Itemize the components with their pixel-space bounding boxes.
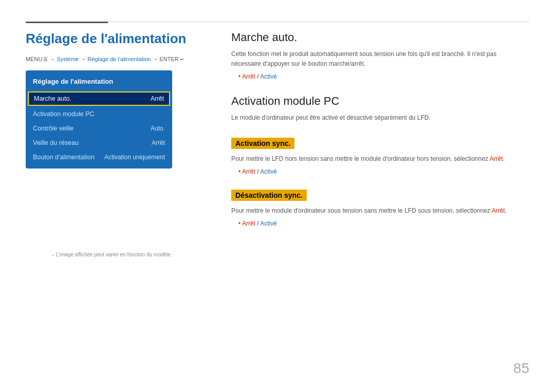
menu-item-bouton-alimentation-value: Activation uniquement xyxy=(104,154,165,161)
breadcrumb-arrow2: → xyxy=(80,56,86,62)
arret-link-sync: Arrêt xyxy=(490,155,503,162)
desactivation-sync-highlight: Désactivation sync. xyxy=(231,190,307,201)
left-column: Réglage de l'alimentation MENU ☰ → Systè… xyxy=(26,31,200,169)
section-activation-sync-bullet1: Arrêt / Activé xyxy=(238,168,529,175)
menu-item-controle-veille-value: Auto. xyxy=(151,125,165,132)
menu-item-controle-veille[interactable]: Contrôle veille Auto. xyxy=(26,121,172,136)
page-number: 85 xyxy=(513,360,529,377)
menu-item-activation-module-label: Activation module PC xyxy=(33,110,95,118)
menu-item-activation-module[interactable]: Activation module PC xyxy=(26,107,172,121)
section-activation-sync: Activation sync. Pour mettre le LFD hors… xyxy=(231,138,529,175)
menu-item-bouton-alimentation-label: Bouton d'alimentation xyxy=(33,154,95,161)
arret-link-2: Arrêt xyxy=(242,168,255,175)
active-link-3: Activé xyxy=(260,220,277,227)
top-accent-line xyxy=(26,22,108,23)
menu-item-veille-reseau[interactable]: Veille du réseau Arrêt xyxy=(26,136,172,150)
section-activation-module-title: Activation module PC xyxy=(231,95,529,108)
menu-item-bouton-alimentation[interactable]: Bouton d'alimentation Activation uniquem… xyxy=(26,150,172,164)
menu-item-marche-auto[interactable]: Marche auto. Arrêt xyxy=(28,91,170,106)
active-link-2: Activé xyxy=(260,168,277,175)
section-desactivation-sync-desc: Pour mettre le module d'ordinateur sous … xyxy=(231,206,519,216)
arret-link-desync: Arrêt xyxy=(492,207,505,214)
arret-link-1: Arrêt xyxy=(242,73,255,80)
section-activation-sync-desc: Pour mettre le LFD hors tension sans met… xyxy=(231,154,519,164)
breadcrumb-menu: MENU xyxy=(26,56,42,62)
section-marche-auto-bullet1: Arrêt / Activé xyxy=(238,73,529,80)
active-link-1: Activé xyxy=(260,73,277,80)
menu-item-marche-auto-label: Marche auto. xyxy=(34,95,71,102)
section-marche-auto-bullets: Arrêt / Activé xyxy=(231,73,529,80)
arret-link-3: Arrêt xyxy=(242,220,255,227)
breadcrumb-menu-icon: ☰ xyxy=(43,57,48,62)
menu-item-marche-auto-value: Arrêt xyxy=(151,95,164,102)
section-activation-module: Activation module PC Le module d'ordinat… xyxy=(231,95,529,123)
right-column: Marche auto. Cette fonction met le produ… xyxy=(231,31,529,241)
footnote: L'image affichée peut varier en fonction… xyxy=(51,252,172,257)
breadcrumb-arrow1: → xyxy=(49,56,55,62)
section-marche-auto-desc: Cette fonction met le produit automatiqu… xyxy=(231,49,519,69)
section-marche-auto-title: Marche auto. xyxy=(231,31,529,44)
breadcrumb-system: Système xyxy=(57,56,79,62)
breadcrumb-enter-icon: ↵ xyxy=(180,57,184,62)
section-desactivation-sync: Désactivation sync. Pour mettre le modul… xyxy=(231,190,529,227)
menu-item-veille-reseau-value: Arrêt xyxy=(152,139,165,146)
breadcrumb-reglage: Réglage de l'alimentation xyxy=(87,56,151,62)
section-activation-module-desc: Le module d'ordinateur peut être activé … xyxy=(231,113,519,123)
menu-panel-title: Réglage de l'alimentation xyxy=(26,74,172,90)
section-activation-sync-bullets: Arrêt / Activé xyxy=(231,168,529,175)
breadcrumb: MENU ☰ → Système → Réglage de l'alimenta… xyxy=(26,56,200,62)
section-desactivation-sync-bullet1: Arrêt / Activé xyxy=(238,220,529,227)
section-desactivation-sync-bullets: Arrêt / Activé xyxy=(231,220,529,227)
menu-item-veille-reseau-label: Veille du réseau xyxy=(33,139,79,146)
page-title: Réglage de l'alimentation xyxy=(26,31,200,47)
menu-panel: Réglage de l'alimentation Marche auto. A… xyxy=(26,70,172,169)
menu-item-controle-veille-label: Contrôle veille xyxy=(33,125,73,132)
activation-sync-highlight: Activation sync. xyxy=(231,138,294,149)
breadcrumb-enter: ENTER xyxy=(159,56,178,62)
section-marche-auto: Marche auto. Cette fonction met le produ… xyxy=(231,31,529,80)
breadcrumb-arrow3: → xyxy=(152,56,158,62)
